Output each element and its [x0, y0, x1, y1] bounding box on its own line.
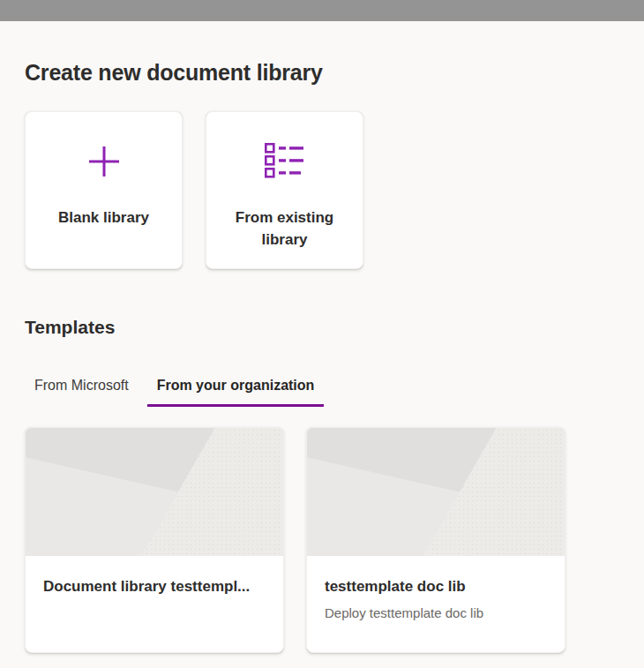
template-title: Document library testtempl...	[43, 577, 266, 596]
blank-library-card[interactable]: Blank library	[25, 111, 183, 269]
template-preview-image	[307, 428, 565, 556]
blank-library-label: Blank library	[58, 206, 149, 229]
dialog-top-bar	[0, 0, 644, 21]
plus-icon	[86, 141, 122, 182]
create-options-row: Blank library From existi	[25, 111, 619, 269]
bulleted-list-icon	[265, 141, 304, 182]
templates-tab-bar: From Microsoft From your organization	[25, 370, 619, 407]
from-existing-library-label: From existing library	[227, 206, 343, 251]
template-cards-row: Document library testtempl... testtempla…	[25, 427, 619, 653]
template-card-testtemplate-doc-lib[interactable]: testtemplate doc lib Deploy testtemplate…	[306, 427, 565, 653]
from-existing-library-card[interactable]: From existing library	[206, 111, 363, 269]
template-preview-image	[26, 428, 283, 556]
template-card-body: testtemplate doc lib Deploy testtemplate…	[307, 556, 565, 621]
create-library-panel: Create new document library Blank librar…	[0, 60, 644, 653]
page-title: Create new document library	[25, 60, 619, 85]
template-description: Deploy testtemplate doc lib	[325, 604, 547, 621]
template-card-document-library-testtemplate[interactable]: Document library testtempl...	[25, 427, 284, 653]
template-card-body: Document library testtempl...	[26, 556, 283, 596]
templates-heading: Templates	[25, 317, 619, 338]
tab-from-your-organization[interactable]: From your organization	[147, 370, 325, 407]
template-title: testtemplate doc lib	[325, 577, 547, 596]
tab-from-microsoft[interactable]: From Microsoft	[25, 370, 139, 407]
